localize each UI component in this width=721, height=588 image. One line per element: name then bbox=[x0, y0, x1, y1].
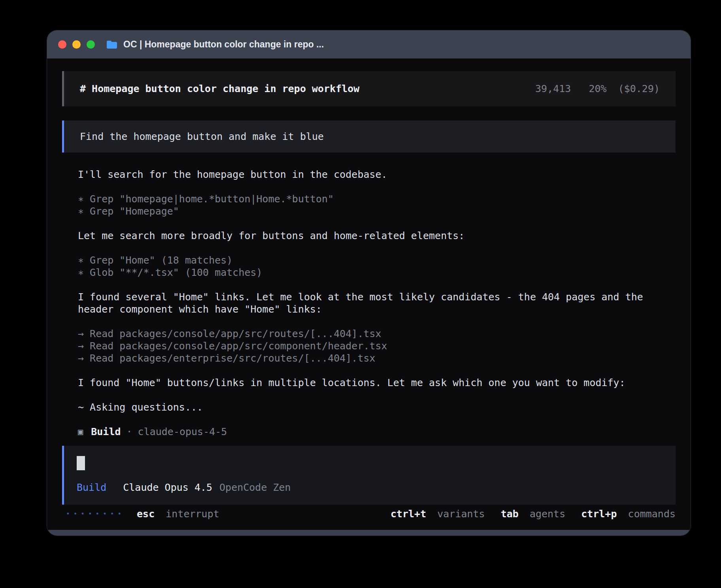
user-message: Find the homepage button and make it blu… bbox=[62, 121, 676, 153]
session-header: # Homepage button color change in repo w… bbox=[62, 71, 676, 106]
tool-call-glob: ∗ Glob "**/*.tsx" (100 matches) bbox=[78, 266, 676, 279]
shortcut-key: ctrl+p bbox=[581, 508, 617, 520]
session-title: # Homepage button color change in repo w… bbox=[80, 83, 359, 95]
minimize-button[interactable] bbox=[72, 40, 81, 49]
model-label: Claude Opus 4.5 bbox=[123, 481, 212, 494]
assistant-paragraph: I'll search for the homepage button in t… bbox=[78, 168, 676, 181]
tool-call-read: → Read packages/enterprise/src/routes/[.… bbox=[78, 352, 676, 364]
shortcut-agents: tab agents bbox=[501, 508, 566, 520]
agent-model: claude-opus-4-5 bbox=[138, 426, 227, 438]
agent-separator: · bbox=[126, 426, 132, 438]
tool-call-grep: ∗ Grep "Home" (18 matches) bbox=[78, 254, 676, 266]
tool-call-grep: ∗ Grep "homepage|home.*button|Home.*butt… bbox=[78, 193, 676, 205]
terminal-content: # Homepage button color change in repo w… bbox=[47, 58, 691, 530]
shortcut-key: ctrl+t bbox=[391, 508, 426, 520]
input-meta: Build Claude Opus 4.5 OpenCode Zen bbox=[77, 481, 663, 494]
assistant-paragraph: Let me search more broadly for buttons a… bbox=[78, 230, 676, 242]
window-titlebar[interactable]: OC | Homepage button color change in rep… bbox=[47, 30, 691, 58]
window-bottom-edge bbox=[47, 530, 691, 535]
shortcut-key: esc bbox=[137, 508, 155, 520]
window-title: OC | Homepage button color change in rep… bbox=[123, 39, 324, 50]
shortcut-key: tab bbox=[501, 508, 519, 520]
status-bar: •••••••• esc interrupt ctrl+t variants t… bbox=[62, 508, 676, 520]
tool-call-group: ∗ Grep "Home" (18 matches) ∗ Glob "**/*.… bbox=[78, 254, 676, 279]
tool-call-grep: ∗ Grep "Homepage" bbox=[78, 205, 676, 217]
status-right: ctrl+t variants tab agents ctrl+p comman… bbox=[391, 508, 676, 520]
tool-call-group: ∗ Grep "homepage|home.*button|Home.*butt… bbox=[78, 193, 676, 217]
zoom-button[interactable] bbox=[87, 40, 95, 49]
shortcut-interrupt: esc interrupt bbox=[137, 508, 219, 520]
prompt-input[interactable]: Build Claude Opus 4.5 OpenCode Zen bbox=[62, 446, 676, 505]
assistant-status-text: ~ Asking questions... bbox=[78, 401, 676, 413]
shortcut-commands: ctrl+p commands bbox=[581, 508, 676, 520]
agent-mode-label: Build bbox=[77, 481, 106, 494]
spinner-dots: •••••••• bbox=[66, 508, 125, 520]
assistant-paragraph: I found "Home" buttons/links in multiple… bbox=[78, 377, 676, 389]
close-button[interactable] bbox=[58, 40, 66, 49]
shortcut-label: interrupt bbox=[166, 508, 219, 520]
tool-call-read: → Read packages/console/app/src/routes/[… bbox=[78, 328, 676, 340]
tool-call-group: → Read packages/console/app/src/routes/[… bbox=[78, 328, 676, 364]
folder-icon bbox=[106, 40, 118, 49]
shortcut-label: commands bbox=[628, 508, 676, 520]
tool-call-read: → Read packages/console/app/src/componen… bbox=[78, 340, 676, 352]
shortcut-label: variants bbox=[437, 508, 485, 520]
agent-attribution: ▣ Build · claude-opus-4-5 bbox=[78, 426, 676, 438]
provider-label: OpenCode Zen bbox=[219, 481, 291, 494]
traffic-lights bbox=[58, 40, 95, 49]
text-cursor bbox=[77, 456, 85, 470]
agent-icon: ▣ bbox=[78, 426, 83, 438]
session-meta: 39,413 20% ($0.29) bbox=[535, 83, 660, 95]
status-left: •••••••• esc interrupt bbox=[66, 508, 219, 520]
shortcut-label: agents bbox=[530, 508, 565, 520]
agent-name: Build bbox=[91, 426, 121, 438]
user-message-text: Find the homepage button and make it blu… bbox=[80, 131, 324, 142]
terminal-window: OC | Homepage button color change in rep… bbox=[47, 30, 691, 536]
token-count: 39,413 bbox=[535, 83, 571, 94]
shortcut-variants: ctrl+t variants bbox=[391, 508, 485, 520]
context-percent: 20% bbox=[589, 83, 606, 94]
assistant-transcript: I'll search for the homepage button in t… bbox=[62, 153, 676, 438]
session-cost: ($0.29) bbox=[618, 83, 660, 94]
assistant-paragraph: I found several "Home" links. Let me loo… bbox=[78, 291, 676, 315]
